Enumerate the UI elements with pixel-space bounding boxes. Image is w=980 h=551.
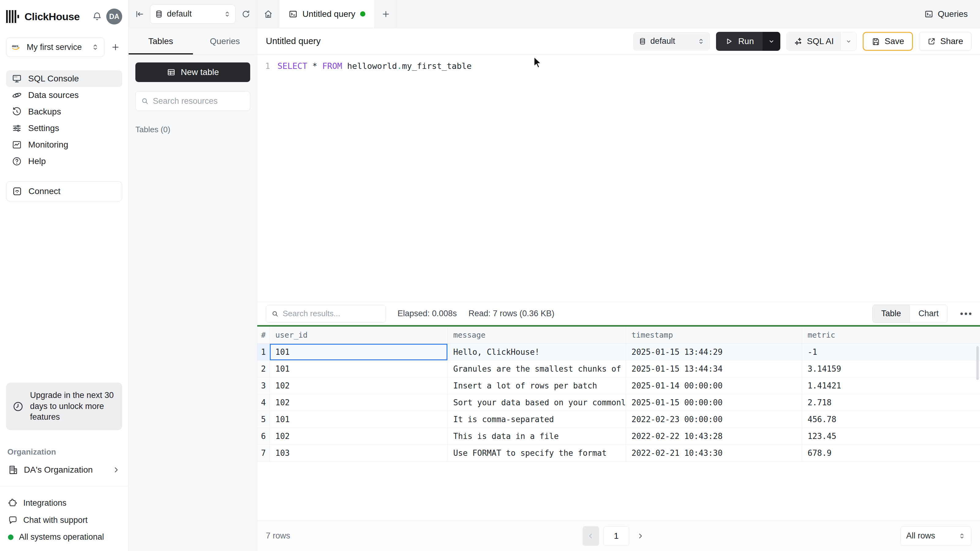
user-avatar[interactable]: DA: [106, 9, 122, 24]
organization-item[interactable]: DA's Organization: [6, 465, 122, 475]
cell-metric[interactable]: 1.41421: [802, 378, 980, 394]
sidebar-item-label: Settings: [28, 123, 59, 133]
sql-ai-button[interactable]: SQL AI: [787, 32, 841, 51]
cell-timestamp[interactable]: 2025-01-15 00:00:00: [626, 394, 802, 411]
cell-message[interactable]: This is data in a file: [448, 428, 626, 445]
sql-editor[interactable]: 1 SELECT * FROM helloworld.my_first_tabl…: [257, 54, 980, 302]
cell-user-id[interactable]: 102: [270, 428, 448, 445]
cell-message[interactable]: Use FORMAT to specify the format: [448, 445, 626, 461]
cell-metric[interactable]: 678.9: [802, 445, 980, 461]
cell-user-id[interactable]: 103: [270, 445, 448, 461]
footer-item-integrations[interactable]: Integrations: [6, 498, 122, 508]
footer-item-all-systems-operational[interactable]: All systems operational: [6, 532, 122, 542]
column-header-metric[interactable]: metric: [802, 327, 980, 343]
cell-message[interactable]: Sort your data based on your commonly-us…: [448, 394, 626, 411]
new-table-button[interactable]: New table: [135, 62, 250, 82]
cell-timestamp[interactable]: 2025-01-15 13:44:34: [626, 360, 802, 377]
queries-button[interactable]: Queries: [924, 0, 968, 28]
refresh-icon[interactable]: [239, 7, 253, 21]
query-database-selector[interactable]: default: [633, 32, 710, 51]
row-count-label: 7 rows: [266, 531, 290, 541]
share-button[interactable]: Share: [919, 32, 971, 51]
cell-timestamp[interactable]: 2025-01-15 13:44:29: [626, 344, 802, 360]
new-tab-icon[interactable]: [375, 0, 397, 28]
app-sidebar: ClickHouse DA aws My first service SQL C…: [0, 0, 129, 551]
cell-timestamp[interactable]: 2022-02-23 00:00:00: [626, 411, 802, 428]
resources-tab-tables[interactable]: Tables: [129, 28, 193, 54]
add-service-icon[interactable]: [109, 40, 122, 54]
sql-ai-options-chevron[interactable]: [840, 32, 856, 51]
cell-message[interactable]: Granules are the smallest chunks of data…: [448, 360, 626, 377]
collapse-panel-icon[interactable]: [133, 7, 146, 21]
resources-search[interactable]: [135, 91, 250, 111]
upgrade-banner[interactable]: Upgrade in the next 30 days to unlock mo…: [6, 383, 122, 430]
sidebar-item-data-sources[interactable]: Data sources: [6, 87, 122, 103]
pagination: 1: [582, 526, 647, 546]
more-options-icon[interactable]: [960, 313, 971, 315]
cell-message[interactable]: It is comma-separated: [448, 411, 626, 428]
column-header-timestamp[interactable]: timestamp: [626, 327, 802, 343]
resources-search-input[interactable]: [153, 97, 245, 106]
cell-timestamp[interactable]: 2022-02-21 10:43:30: [626, 445, 802, 461]
cell-metric[interactable]: 2.718: [802, 394, 980, 411]
read-stat: Read: 7 rows (0.36 KB): [469, 309, 555, 318]
row-number-cell: 7: [257, 445, 270, 461]
cell-user-id[interactable]: 102: [270, 394, 448, 411]
sidebar-item-label: Help: [28, 156, 46, 166]
view-toggle-chart[interactable]: Chart: [910, 305, 947, 322]
results-search[interactable]: [266, 305, 386, 322]
view-toggle-table[interactable]: Table: [872, 305, 910, 322]
sidebar-item-monitoring[interactable]: Monitoring: [6, 137, 122, 153]
connect-icon: [12, 186, 22, 197]
cell-timestamp[interactable]: 2025-01-14 00:00:00: [626, 378, 802, 394]
notifications-bell-icon[interactable]: [92, 12, 102, 21]
cell-timestamp[interactable]: 2022-02-22 10:43:28: [626, 428, 802, 445]
clickhouse-logo-icon: [6, 10, 20, 23]
connect-button[interactable]: Connect: [6, 181, 122, 202]
cell-user-id[interactable]: 101: [270, 344, 448, 360]
column-header-user-id[interactable]: user_id: [270, 327, 448, 343]
cell-metric[interactable]: 3.14159: [802, 360, 980, 377]
row-number-cell: 5: [257, 411, 270, 428]
table-scrollbar[interactable]: [976, 346, 979, 380]
prev-page-button[interactable]: [582, 526, 599, 546]
cell-message[interactable]: Hello, ClickHouse!: [448, 344, 626, 360]
sidebar-item-label: Data sources: [28, 90, 79, 100]
table-row: 1101Hello, ClickHouse!2025-01-15 13:44:2…: [257, 344, 980, 360]
sidebar-item-help[interactable]: Help: [6, 153, 122, 170]
sql-token: helloworld: [342, 61, 397, 71]
home-icon[interactable]: [257, 0, 279, 28]
cell-metric[interactable]: 123.45: [802, 428, 980, 445]
sidebar-item-backups[interactable]: Backups: [6, 103, 122, 120]
resources-tab-queries[interactable]: Queries: [193, 28, 257, 54]
column-header-message[interactable]: message: [448, 327, 626, 343]
cell-user-id[interactable]: 102: [270, 378, 448, 394]
sidebar-item-sql-console[interactable]: SQL Console: [6, 70, 122, 87]
sidebar-item-label: Monitoring: [28, 140, 68, 150]
resources-tab-label: Tables: [148, 37, 173, 46]
tab-untitled-query[interactable]: Untitled query: [279, 0, 375, 28]
database-selector[interactable]: default: [150, 5, 235, 24]
cell-user-id[interactable]: 101: [270, 360, 448, 377]
run-options-chevron[interactable]: [762, 32, 780, 51]
unsaved-indicator-dot: [360, 11, 365, 16]
cell-user-id[interactable]: 101: [270, 411, 448, 428]
terminal-icon: [288, 10, 298, 19]
run-button[interactable]: Run: [716, 32, 762, 51]
sidebar-item-settings[interactable]: Settings: [6, 120, 122, 137]
cell-metric[interactable]: 456.78: [802, 411, 980, 428]
next-page-button[interactable]: [633, 526, 647, 546]
footer-item-chat-with-support[interactable]: Chat with support: [6, 515, 122, 525]
results-view-toggle: TableChart: [872, 305, 948, 323]
current-page-button[interactable]: 1: [603, 526, 629, 546]
results-table-body: 1101Hello, ClickHouse!2025-01-15 13:44:2…: [257, 344, 980, 462]
service-selector[interactable]: aws My first service: [6, 37, 105, 57]
results-search-input[interactable]: [283, 309, 381, 318]
cell-message[interactable]: Insert a lot of rows per batch: [448, 378, 626, 394]
save-button[interactable]: Save: [863, 32, 913, 51]
mouse-cursor: [532, 56, 543, 68]
cell-metric[interactable]: -1: [802, 344, 980, 360]
rows-per-page-selector[interactable]: All rows: [900, 526, 971, 546]
results-footer: 7 rows 1 All rows: [257, 520, 980, 551]
rows-per-page-label: All rows: [906, 531, 935, 541]
